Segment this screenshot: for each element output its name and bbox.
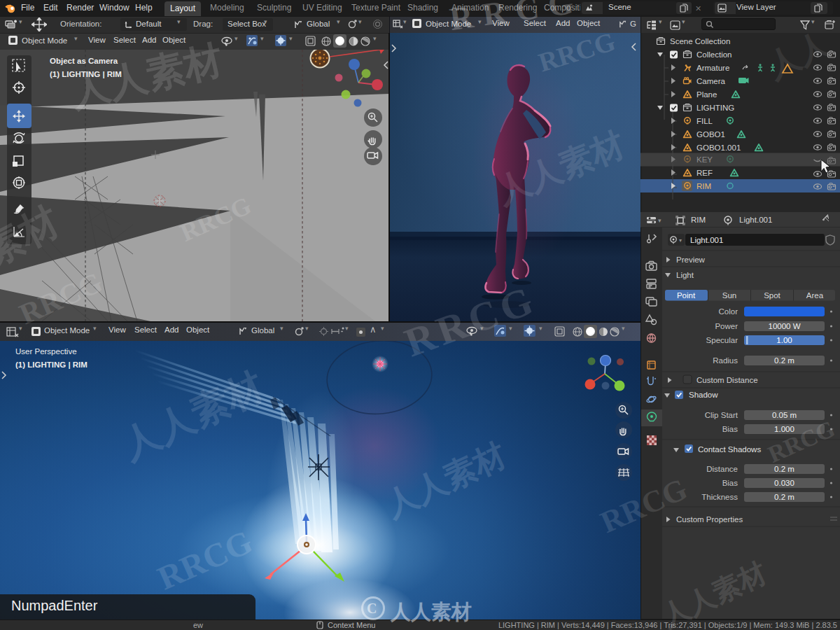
svg-text:Bias: Bias — [722, 479, 738, 487]
svg-text:0.030: 0.030 — [774, 479, 794, 487]
svg-text:1.00: 1.00 — [776, 336, 792, 344]
svg-text:Armature: Armature — [696, 64, 729, 72]
svg-text:Bias: Bias — [722, 425, 738, 433]
svg-text:1.000: 1.000 — [774, 425, 794, 433]
svg-text:LIGHTING: LIGHTING — [696, 104, 734, 112]
svg-text:0.05 m: 0.05 m — [772, 411, 797, 419]
svg-text:Light.001: Light.001 — [690, 236, 723, 244]
svg-text:Collection: Collection — [696, 50, 732, 59]
svg-text:(1) LIGHTING | RIM: (1) LIGHTING | RIM — [50, 70, 122, 78]
svg-text:KEY: KEY — [696, 155, 713, 164]
svg-text:Custom Distance: Custom Distance — [696, 376, 758, 384]
svg-text:0.2 m: 0.2 m — [774, 465, 794, 473]
svg-text:Camera: Camera — [696, 77, 726, 85]
svg-text:GOBO1: GOBO1 — [696, 130, 725, 139]
svg-text:▾: ▾ — [658, 217, 662, 224]
svg-text:Radius: Radius — [713, 356, 738, 365]
svg-text:Point: Point — [677, 291, 696, 300]
svg-text:Scene Collection: Scene Collection — [670, 37, 730, 46]
svg-text:Preview: Preview — [676, 255, 706, 264]
svg-text:Object as Camera: Object as Camera — [50, 57, 118, 65]
svg-text:Light.001: Light.001 — [739, 216, 772, 224]
svg-text:RIM: RIM — [691, 216, 706, 224]
svg-text:Area: Area — [806, 291, 824, 300]
svg-text:Light: Light — [676, 271, 694, 279]
svg-text:▾: ▾ — [679, 237, 682, 244]
svg-text:REF: REF — [696, 169, 713, 177]
svg-text:(1) LIGHTING | RIM: (1) LIGHTING | RIM — [15, 360, 88, 369]
svg-text:User Perspective: User Perspective — [15, 347, 77, 356]
svg-text:Clip Start: Clip Start — [705, 411, 738, 419]
svg-text:10000 W: 10000 W — [768, 322, 800, 330]
svg-text:Color: Color — [719, 307, 738, 316]
svg-text:0.2 m: 0.2 m — [774, 356, 794, 365]
svg-text:Contact Shadows: Contact Shadows — [698, 445, 761, 454]
svg-text:Sun: Sun — [722, 291, 736, 300]
svg-text:Plane: Plane — [696, 90, 717, 99]
svg-text:Power: Power — [715, 322, 738, 330]
svg-text:0.2 m: 0.2 m — [774, 493, 794, 501]
svg-text:Thickness: Thickness — [701, 493, 738, 501]
svg-text:FILL: FILL — [696, 117, 713, 125]
svg-text:Specular: Specular — [706, 336, 738, 344]
svg-text:GOBO1.001: GOBO1.001 — [696, 144, 741, 152]
svg-text:RIM: RIM — [696, 182, 711, 190]
svg-text:Shadow: Shadow — [689, 391, 718, 399]
svg-text:Spot: Spot — [764, 291, 780, 300]
svg-text:Distance: Distance — [706, 465, 738, 473]
svg-text:Custom Properties: Custom Properties — [676, 515, 743, 524]
